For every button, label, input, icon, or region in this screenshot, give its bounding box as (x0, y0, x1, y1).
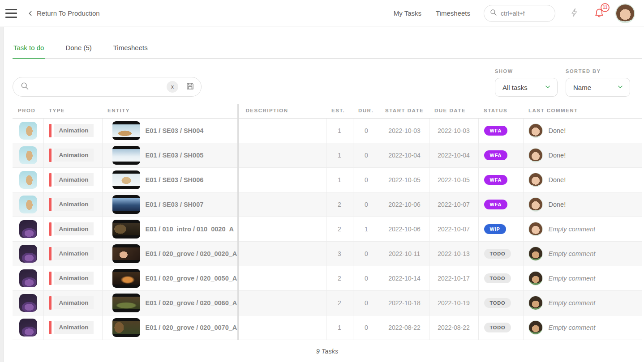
last-comment-text: Empty comment (549, 275, 596, 282)
global-search-input[interactable] (501, 10, 545, 17)
description-cell (238, 241, 326, 266)
status-badge[interactable]: TODO (484, 273, 511, 283)
prod-cell (13, 241, 43, 266)
status-badge[interactable]: TODO (484, 249, 511, 259)
status-badge[interactable]: WFA (484, 200, 508, 209)
save-search-button[interactable] (185, 81, 195, 92)
sort-filter-select[interactable]: Name (566, 78, 630, 97)
shot-thumbnail[interactable] (112, 195, 140, 214)
notifications-button[interactable]: 11 (594, 7, 605, 20)
show-filter-value: All tasks (502, 84, 528, 91)
table-row[interactable]: Animation E01 / 020_grove / 020_0070_A 1… (13, 315, 642, 340)
last-comment-cell: Done! (523, 143, 642, 167)
status-badge[interactable]: TODO (484, 298, 511, 308)
type-cell: Animation (43, 192, 102, 217)
due-date-cell: 2022-10-03 (429, 118, 478, 143)
entity-link[interactable]: E01 / SE03 / SH006 (146, 176, 204, 183)
col-header-due-date: DUE DATE (429, 104, 478, 118)
quick-actions-button[interactable] (570, 8, 580, 19)
table-row[interactable]: Animation E01 / SE03 / SH006 1 0 2022-10… (13, 167, 642, 192)
status-badge[interactable]: TODO (484, 323, 511, 332)
assignee-avatar[interactable] (529, 222, 542, 236)
menu-icon[interactable] (5, 9, 17, 18)
status-badge[interactable]: WFA (484, 175, 508, 185)
tab-done[interactable]: Done (5) (64, 39, 92, 58)
type-color-bar (49, 124, 52, 137)
status-cell: WIP (478, 217, 523, 241)
clear-search-button[interactable]: x (167, 81, 178, 93)
table-header-row: PROD TYPE ENTITY DESCRIPTION EST. DUR. S… (13, 104, 642, 118)
table-row[interactable]: Animation E01 / SE03 / SH004 1 0 2022-10… (13, 118, 642, 143)
assignee-avatar[interactable] (529, 296, 542, 310)
user-avatar[interactable] (616, 4, 634, 22)
description-cell (238, 192, 326, 217)
scrollbar[interactable] (642, 28, 642, 362)
entity-link[interactable]: E01 / 020_grove / 020_0020_A (146, 250, 237, 257)
shot-thumbnail-image (112, 247, 140, 260)
shot-thumbnail[interactable] (112, 170, 140, 189)
production-thumbnail (19, 269, 37, 287)
sort-filter-label: SORTED BY (566, 68, 630, 74)
entity-link[interactable]: E01 / 020_grove / 020_0060_A (146, 299, 237, 307)
status-badge[interactable]: WFA (484, 126, 508, 136)
estimation-cell: 1 (326, 143, 353, 167)
start-date-cell: 2022-10-18 (380, 290, 429, 315)
global-search-box[interactable] (484, 5, 555, 22)
show-filter-select[interactable]: All tasks (495, 78, 558, 97)
entity-cell: E01 / SE03 / SH005 (102, 143, 238, 167)
shot-thumbnail-image (112, 124, 140, 137)
prod-cell (13, 315, 43, 340)
entity-link[interactable]: E01 / SE03 / SH005 (146, 152, 204, 159)
entity-link[interactable]: E01 / 020_grove / 020_0050_A (146, 275, 237, 282)
table-row[interactable]: Animation E01 / SE03 / SH007 2 0 2022-10… (13, 192, 642, 217)
table-row[interactable]: Animation E01 / 020_grove / 020_0020_A 3… (13, 241, 642, 266)
last-comment-text: Done! (549, 127, 566, 134)
status-badge[interactable]: WIP (484, 224, 506, 234)
shot-thumbnail[interactable] (112, 269, 140, 288)
assignee-avatar[interactable] (529, 198, 542, 211)
shot-thumbnail[interactable] (112, 294, 140, 312)
entity-link[interactable]: E01 / SE03 / SH007 (146, 201, 204, 208)
production-thumbnail (19, 245, 37, 263)
assignee-avatar[interactable] (529, 247, 542, 260)
assignee-avatar[interactable] (529, 149, 542, 162)
estimation-cell: 2 (326, 192, 353, 217)
due-date-cell: 2022-10-17 (429, 266, 478, 290)
assignee-avatar[interactable] (529, 124, 542, 137)
table-row[interactable]: Animation E01 / 010_intro / 010_0020_A 2… (13, 217, 642, 241)
chevron-down-icon (617, 84, 623, 91)
description-cell (238, 167, 326, 192)
entity-link[interactable]: E01 / 010_intro / 010_0020_A (146, 226, 234, 233)
status-cell: TODO (478, 241, 523, 266)
table-row[interactable]: Animation E01 / 020_grove / 020_0060_A 2… (13, 290, 642, 315)
status-badge[interactable]: WFA (484, 150, 508, 160)
status-cell: TODO (478, 315, 523, 340)
task-search-box[interactable]: x (13, 77, 202, 97)
back-to-production-link[interactable]: Return To Production (27, 9, 100, 17)
entity-link[interactable]: E01 / SE03 / SH004 (146, 127, 204, 134)
shot-thumbnail[interactable] (112, 146, 140, 165)
table-row[interactable]: Animation E01 / 020_grove / 020_0050_A 2… (13, 266, 642, 290)
entity-link[interactable]: E01 / 020_grove / 020_0070_A (146, 324, 237, 331)
start-date-cell: 2022-10-06 (380, 192, 429, 217)
assignee-avatar[interactable] (529, 173, 542, 187)
tab-task-to-do[interactable]: Task to do (13, 39, 45, 59)
shot-thumbnail[interactable] (112, 220, 140, 238)
task-search-input[interactable] (34, 83, 162, 91)
notification-count-badge: 11 (601, 3, 610, 12)
shot-thumbnail[interactable] (112, 318, 140, 337)
nav-my-tasks[interactable]: My Tasks (394, 9, 421, 17)
tab-timesheets[interactable]: Timesheets (112, 39, 149, 58)
due-date-cell: 2022-10-07 (429, 192, 478, 217)
nav-timesheets[interactable]: Timesheets (436, 9, 470, 17)
last-comment-cell: Done! (523, 192, 642, 217)
assignee-avatar[interactable] (529, 272, 542, 285)
production-thumbnail (19, 122, 37, 140)
assignee-avatar[interactable] (529, 321, 542, 334)
shot-thumbnail[interactable] (112, 244, 140, 263)
shot-thumbnail[interactable] (112, 121, 140, 140)
due-date-cell: 2022-10-05 (429, 167, 478, 192)
description-cell (238, 266, 326, 290)
shot-thumbnail-image (112, 149, 140, 162)
table-row[interactable]: Animation E01 / SE03 / SH005 1 0 2022-10… (13, 143, 642, 167)
